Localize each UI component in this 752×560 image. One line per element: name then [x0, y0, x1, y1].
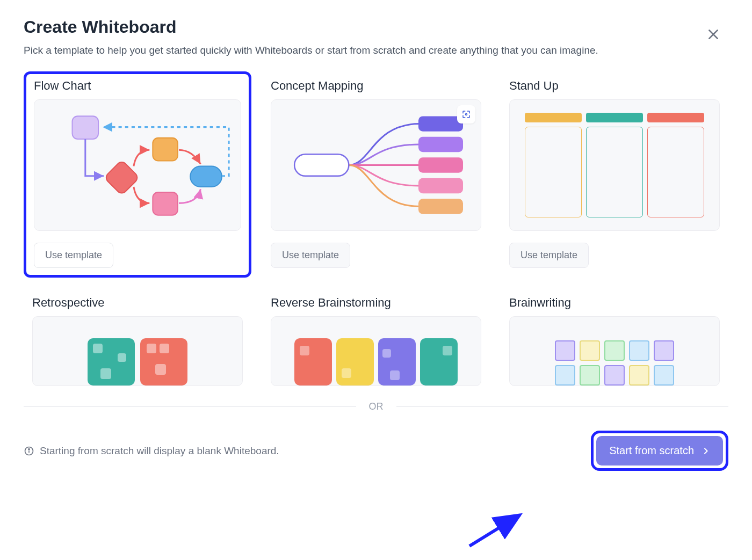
annotation-arrow	[467, 507, 526, 550]
template-card-reverse-brainstorming[interactable]: Reverse Brainstorming	[262, 288, 490, 386]
separator-line	[396, 406, 729, 407]
template-preview-flow-chart	[34, 99, 241, 231]
separator-line	[24, 406, 356, 407]
template-preview-concept-mapping	[271, 99, 481, 231]
svg-rect-2	[153, 192, 178, 215]
svg-rect-9	[418, 157, 463, 172]
expand-icon-wrap[interactable]	[457, 105, 475, 123]
info-icon	[24, 446, 34, 456]
separator-or-label: OR	[356, 401, 396, 412]
svg-rect-8	[418, 137, 463, 152]
start-from-scratch-highlight: Start from scratch	[591, 431, 728, 471]
svg-rect-11	[418, 199, 463, 214]
template-preview-brainwriting	[509, 316, 720, 386]
modal-footer: Starting from scratch will display a bla…	[24, 431, 728, 487]
use-template-button[interactable]: Use template	[34, 243, 113, 268]
template-title: Brainwriting	[509, 296, 720, 310]
close-button[interactable]	[703, 24, 724, 45]
expand-icon	[461, 110, 471, 119]
svg-rect-10	[418, 178, 463, 193]
start-from-scratch-button[interactable]: Start from scratch	[596, 436, 723, 466]
concept-mapping-thumbnail	[271, 100, 481, 230]
template-title: Reverse Brainstorming	[271, 296, 481, 310]
svg-rect-0	[73, 116, 99, 139]
template-card-retrospective[interactable]: Retrospective	[24, 288, 251, 386]
scratch-info-text: Starting from scratch will display a bla…	[40, 445, 279, 457]
svg-point-14	[28, 448, 30, 449]
separator: OR	[24, 401, 728, 412]
template-title: Stand Up	[509, 79, 720, 93]
template-title: Flow Chart	[34, 79, 241, 93]
scratch-info: Starting from scratch will display a bla…	[24, 445, 279, 457]
close-icon	[706, 27, 720, 41]
svg-rect-7	[418, 116, 463, 131]
template-title: Concept Mapping	[271, 79, 481, 93]
template-card-stand-up[interactable]: Stand Up Use template	[501, 71, 728, 278]
modal-title: Create Whiteboard	[24, 17, 728, 37]
modal-header: Create Whiteboard Pick a template to hel…	[24, 0, 728, 56]
template-card-brainwriting[interactable]: Brainwriting	[501, 288, 728, 386]
template-preview-reverse-brainstorming	[271, 316, 481, 386]
svg-line-15	[469, 515, 520, 546]
template-preview-stand-up	[509, 99, 720, 231]
svg-rect-4	[190, 166, 222, 187]
svg-rect-1	[153, 138, 178, 161]
template-card-concept-mapping[interactable]: Concept Mapping	[262, 71, 490, 278]
use-template-button[interactable]: Use template	[509, 243, 589, 268]
svg-point-5	[466, 114, 467, 115]
modal-subtitle: Pick a template to help you get started …	[24, 45, 728, 56]
template-title: Retrospective	[32, 296, 243, 310]
template-preview-retrospective	[32, 316, 243, 386]
template-card-flow-chart[interactable]: Flow Chart	[24, 71, 251, 278]
use-template-button[interactable]: Use template	[271, 243, 350, 268]
chevron-right-icon	[702, 447, 710, 455]
start-from-scratch-label: Start from scratch	[609, 445, 694, 457]
svg-rect-6	[294, 154, 349, 176]
create-whiteboard-modal: Create Whiteboard Pick a template to hel…	[0, 0, 752, 560]
flow-chart-thumbnail	[34, 100, 241, 230]
template-grid: Flow Chart	[24, 71, 728, 386]
